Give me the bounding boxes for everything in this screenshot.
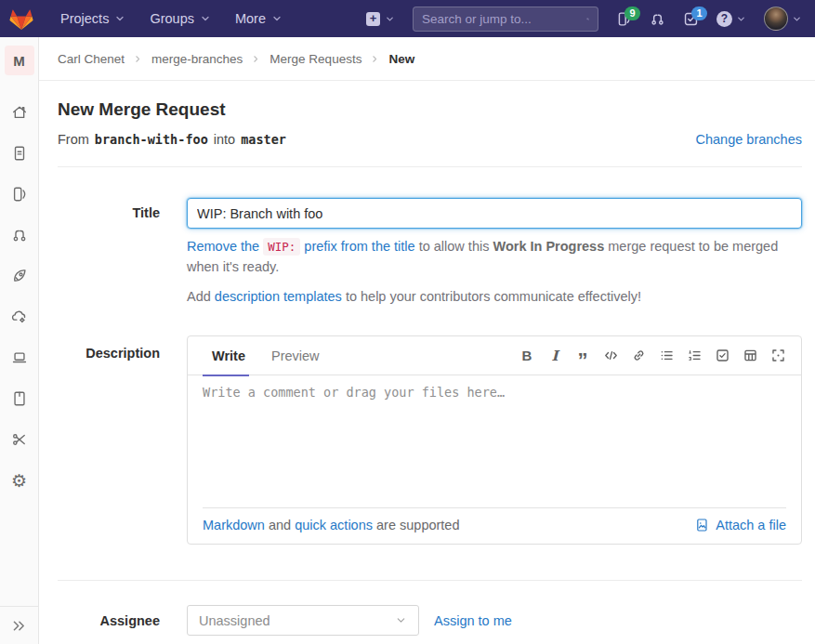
breadcrumb-item-user[interactable]: Carl Chenet (58, 52, 125, 66)
remove-wip-link-2[interactable]: prefix from the title (304, 239, 414, 254)
fullscreen-button[interactable] (769, 348, 786, 364)
merge-request-icon (650, 11, 665, 27)
remove-wip-link[interactable]: Remove the (187, 239, 259, 254)
numbered-list-button[interactable] (686, 348, 703, 364)
breadcrumb-item-project[interactable]: merge-branches (151, 52, 243, 66)
bullet-list-button[interactable] (658, 348, 675, 364)
double-chevron-right-icon (11, 618, 27, 634)
user-menu-button[interactable] (764, 7, 802, 31)
sidebar-item-operations[interactable] (11, 309, 28, 325)
issues-nav-button[interactable]: 9 (616, 11, 632, 27)
breadcrumb-current: New (388, 52, 414, 66)
sidebar-item-issues[interactable] (11, 186, 28, 203)
document-icon (11, 145, 28, 162)
help-menu-button[interactable]: ? (716, 11, 746, 27)
project-sidebar: M (0, 37, 39, 644)
bold-button[interactable]: B (519, 348, 535, 364)
sidebar-item-ci-cd[interactable] (11, 268, 28, 284)
sidebar-item-merge-requests[interactable] (11, 227, 28, 243)
tab-write[interactable]: Write (203, 336, 249, 375)
cloud-gear-icon (11, 309, 28, 325)
search-input[interactable] (422, 12, 586, 26)
task-list-icon (715, 348, 730, 363)
sidebar-item-repository[interactable] (11, 145, 28, 162)
description-textarea[interactable] (188, 375, 801, 507)
assignee-row: Assignee Unassigned Assign to me (58, 605, 802, 636)
scissors-icon (11, 431, 28, 448)
markdown-editor: Write Preview B I ” (187, 335, 802, 545)
attach-file-icon (695, 518, 710, 532)
assign-to-me-link[interactable]: Assign to me (434, 613, 512, 628)
attach-file-link[interactable]: Attach a file (695, 518, 786, 532)
divider (58, 166, 802, 167)
chevron-down-icon (114, 13, 125, 24)
sidebar-item-wiki[interactable] (11, 390, 28, 407)
attach-file-label: Attach a file (716, 518, 786, 532)
breadcrumb-item-merge-requests[interactable]: Merge Requests (269, 52, 361, 66)
source-branch: branch-with-foo (95, 132, 208, 147)
nav-menu-groups-label: Groups (150, 11, 194, 26)
bullet-list-icon (659, 348, 675, 363)
user-avatar (764, 7, 788, 31)
sidebar-item-overview[interactable] (11, 104, 28, 121)
page-title: New Merge Request (58, 99, 802, 120)
todos-count-badge: 1 (691, 7, 707, 20)
nav-menu-more[interactable]: More (223, 0, 295, 37)
wip-helper-mid: to allow this (419, 239, 490, 254)
numbered-list-icon (687, 348, 703, 363)
project-avatar[interactable]: M (5, 46, 34, 75)
into-label: into (214, 132, 235, 147)
task-list-button[interactable] (714, 348, 730, 364)
home-icon (11, 104, 28, 121)
nav-menu-projects[interactable]: Projects (48, 0, 138, 37)
description-row: Description Write Preview B I ” (58, 335, 802, 545)
editor-footer: Markdown and quick actions are supported… (188, 508, 801, 544)
quote-button[interactable]: ” (574, 348, 591, 364)
title-input[interactable] (187, 198, 802, 229)
top-navbar: Projects Groups More + 9 (0, 0, 815, 37)
footer-and: and (269, 518, 291, 532)
quick-actions-link[interactable]: quick actions (295, 518, 373, 532)
sidebar-item-settings[interactable]: ⚙ (11, 472, 28, 489)
rocket-icon (11, 268, 28, 284)
gitlab-logo-icon[interactable] (9, 7, 33, 31)
issues-icon (11, 186, 28, 203)
code-button[interactable] (602, 348, 619, 364)
target-branch: master (241, 132, 286, 147)
book-icon (11, 390, 28, 407)
assignee-dropdown[interactable]: Unassigned (187, 605, 419, 636)
footer-supported: are supported (376, 518, 459, 532)
link-button[interactable] (630, 348, 647, 364)
table-button[interactable] (742, 348, 758, 364)
todos-nav-button[interactable]: 1 (683, 11, 699, 27)
description-templates-link[interactable]: description templates (215, 289, 342, 304)
templates-helper-text: Add description templates to help your c… (187, 286, 802, 307)
markdown-link[interactable]: Markdown (203, 518, 265, 532)
code-icon (603, 348, 619, 363)
italic-button[interactable]: I (546, 348, 563, 364)
tab-preview[interactable]: Preview (262, 336, 323, 375)
help-icon: ? (716, 11, 732, 27)
sidebar-item-snippets[interactable] (11, 431, 28, 448)
sidebar-collapse-toggle[interactable] (0, 606, 38, 644)
title-row: Title Remove the WIP: prefix from the ti… (58, 198, 802, 307)
editor-toolbar: B I ” (519, 348, 786, 364)
wip-prefix-code: WIP: (263, 238, 300, 256)
templates-post: to help your contributors communicate ef… (346, 289, 641, 304)
nav-menu-more-label: More (235, 11, 266, 26)
editor-tabs: Write Preview B I ” (188, 336, 801, 375)
global-search[interactable] (413, 7, 598, 32)
breadcrumb: Carl Chenet merge-branches Merge Request… (39, 37, 815, 81)
merge-request-icon (11, 227, 28, 243)
merge-requests-nav-button[interactable] (650, 11, 665, 27)
chevron-down-icon (395, 614, 407, 626)
chevron-down-icon (271, 13, 283, 24)
nav-menu-groups[interactable]: Groups (138, 0, 223, 37)
issues-count-badge: 9 (624, 7, 640, 20)
change-branches-link[interactable]: Change branches (696, 132, 802, 147)
new-menu-button[interactable]: + (366, 12, 395, 26)
sidebar-item-packages[interactable] (11, 349, 28, 366)
assignee-value: Unassigned (199, 613, 270, 628)
main-area: Carl Chenet merge-branches Merge Request… (39, 0, 815, 636)
chevron-down-icon (385, 14, 395, 24)
